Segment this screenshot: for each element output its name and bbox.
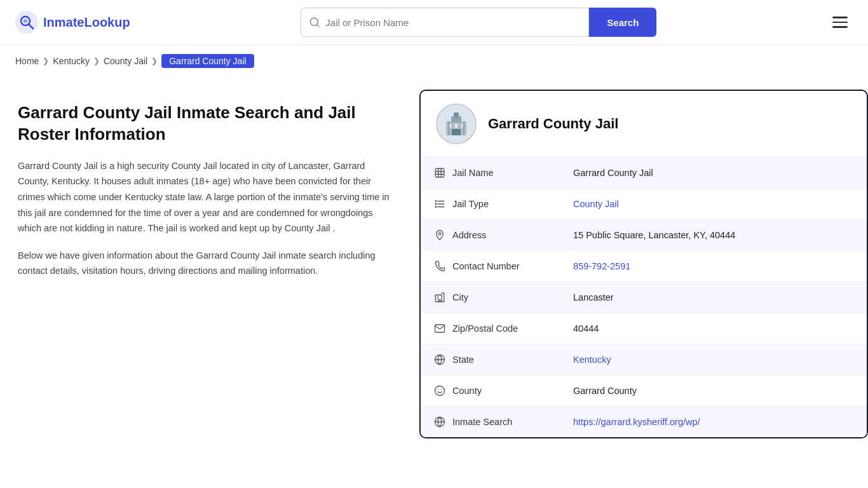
page-desc-1: Garrard County Jail is a high security C…: [18, 158, 397, 236]
row-label-cell: Address: [433, 229, 548, 241]
phone-icon: [433, 260, 446, 273]
row-value-cell: 15 Public Square, Lancaster, KY, 40444: [560, 220, 867, 251]
row-value-cell[interactable]: Kentucky: [560, 344, 867, 376]
row-value-cell: Lancaster: [560, 282, 867, 313]
table-row: Address15 Public Square, Lancaster, KY, …: [421, 220, 867, 251]
jail-icon: [433, 166, 446, 179]
row-label-text: City: [452, 292, 468, 302]
logo-icon: [15, 11, 38, 34]
breadcrumb-kentucky[interactable]: Kentucky: [53, 56, 90, 66]
svg-rect-8: [454, 112, 459, 118]
row-value-cell[interactable]: https://garrard.kysheriff.org/wp/: [560, 407, 867, 438]
county-icon: [433, 384, 446, 397]
row-label-text: Zip/Postal Code: [452, 323, 518, 334]
svg-point-24: [435, 203, 437, 205]
search-button[interactable]: Search: [589, 8, 656, 37]
row-label-cell: Jail Type: [433, 198, 548, 210]
svg-point-25: [435, 207, 437, 208]
card-header: Garrard County Jail: [421, 91, 867, 158]
pin-icon: [433, 229, 446, 241]
row-value-cell: Garrard County Jail: [560, 158, 867, 189]
row-value-cell: 40444: [560, 313, 867, 344]
logo[interactable]: InmateLookup: [15, 11, 130, 34]
list-icon: [433, 198, 446, 210]
table-row: Zip/Postal Code40444: [421, 313, 867, 344]
svg-point-26: [438, 233, 441, 235]
row-label-cell: County: [433, 384, 548, 397]
table-row: StateKentucky: [421, 344, 867, 376]
row-label-cell: State: [433, 353, 548, 366]
table-row: CityLancaster: [421, 282, 867, 313]
svg-rect-15: [435, 168, 444, 177]
svg-rect-12: [452, 129, 461, 135]
facility-avatar: [436, 104, 477, 144]
facility-name: Garrard County Jail: [488, 116, 618, 132]
row-label-text: Contact Number: [452, 261, 520, 271]
search-input[interactable]: [325, 17, 581, 28]
table-row: Jail TypeCounty Jail: [421, 189, 867, 220]
breadcrumb-county-jail[interactable]: County Jail: [104, 56, 147, 66]
left-column: Garrard County Jail Inmate Search and Ja…: [0, 77, 419, 482]
breadcrumb-sep-1: ❯: [43, 57, 49, 65]
table-row: Jail NameGarrard County Jail: [421, 158, 867, 189]
svg-rect-10: [455, 124, 458, 128]
row-label-text: Address: [452, 230, 486, 240]
facility-building-icon: [442, 110, 470, 138]
hamburger-line-2: [832, 22, 848, 24]
mail-icon: [433, 322, 446, 335]
row-label-cell: City: [433, 291, 548, 304]
page-desc-2: Below we have given information about th…: [18, 248, 397, 279]
hamburger-line-1: [832, 17, 848, 18]
hamburger-menu[interactable]: [827, 11, 853, 33]
row-value-link[interactable]: https://garrard.kysheriff.org/wp/: [573, 417, 700, 427]
header: InmateLookup Search: [0, 0, 868, 45]
main-content: Garrard County Jail Inmate Search and Ja…: [0, 77, 868, 482]
row-label-text: County: [452, 386, 482, 396]
breadcrumb-sep-3: ❯: [151, 57, 158, 65]
table-row: CountyGarrard County: [421, 376, 867, 407]
page-title: Garrard County Jail Inmate Search and Ja…: [18, 102, 397, 146]
logo-text: InmateLookup: [43, 15, 130, 30]
search-bar: Search: [301, 8, 656, 37]
row-value-link[interactable]: Kentucky: [573, 355, 611, 365]
breadcrumb: Home ❯ Kentucky ❯ County Jail ❯ Garrard …: [0, 45, 868, 77]
row-value-cell[interactable]: County Jail: [560, 189, 867, 220]
row-label-cell: Jail Name: [433, 166, 548, 179]
svg-rect-30: [439, 300, 440, 302]
svg-rect-13: [448, 121, 450, 135]
breadcrumb-home[interactable]: Home: [15, 56, 39, 66]
hamburger-line-3: [832, 26, 848, 28]
search-icon: [309, 17, 320, 28]
row-label-text: Jail Type: [452, 199, 489, 209]
info-table: Jail NameGarrard County JailJail TypeCou…: [421, 158, 867, 437]
row-label-cell: Inmate Search: [433, 416, 548, 428]
search-globe-icon: [433, 416, 446, 428]
row-value-cell: Garrard County: [560, 376, 867, 407]
row-label-cell: Zip/Postal Code: [433, 322, 548, 335]
right-column: Garrard County Jail Jail NameGarrard Cou…: [419, 77, 868, 482]
globe-icon: [433, 353, 446, 366]
svg-point-33: [435, 386, 445, 396]
table-row: Inmate Searchhttps://garrard.kysheriff.o…: [421, 407, 867, 438]
row-label-text: Inmate Search: [452, 417, 512, 427]
row-value-link[interactable]: County Jail: [573, 199, 619, 209]
row-label-text: State: [452, 355, 474, 365]
svg-line-5: [317, 24, 319, 26]
info-card: Garrard County Jail Jail NameGarrard Cou…: [419, 90, 868, 438]
row-label-text: Jail Name: [452, 168, 493, 178]
search-input-wrap: [301, 8, 589, 37]
svg-point-23: [435, 201, 437, 202]
svg-point-3: [24, 19, 27, 23]
city-icon: [433, 291, 446, 304]
row-label-cell: Contact Number: [433, 260, 548, 273]
table-row: Contact Number859-792-2591: [421, 251, 867, 282]
row-value-link[interactable]: 859-792-2591: [573, 261, 630, 271]
row-value-cell[interactable]: 859-792-2591: [560, 251, 867, 282]
breadcrumb-active: Garrard County Jail: [161, 54, 254, 68]
breadcrumb-sep-2: ❯: [93, 57, 100, 65]
svg-rect-14: [463, 121, 465, 135]
